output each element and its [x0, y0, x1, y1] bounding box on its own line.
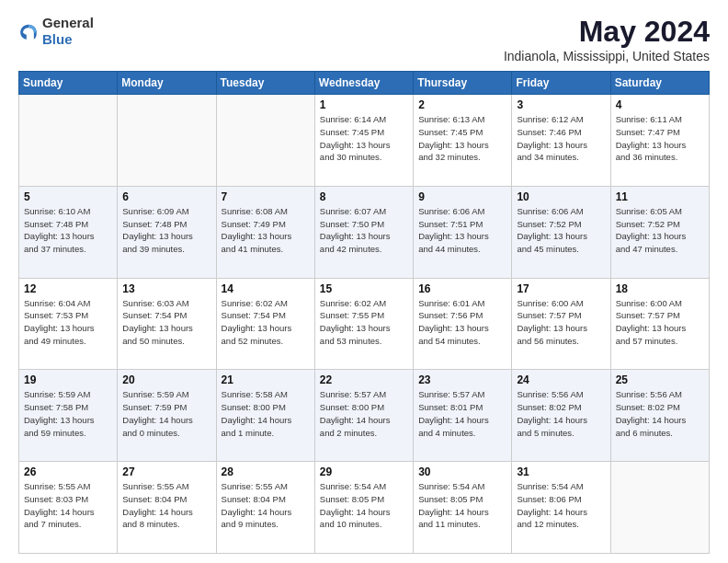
- logo-icon: [18, 21, 39, 41]
- table-row: 26Sunrise: 5:55 AM Sunset: 8:03 PM Dayli…: [19, 462, 118, 554]
- day-info: Sunrise: 5:55 AM Sunset: 8:04 PM Dayligh…: [222, 480, 310, 531]
- day-info: Sunrise: 6:00 AM Sunset: 7:57 PM Dayligh…: [616, 297, 704, 348]
- day-number: 4: [616, 98, 704, 111]
- day-info: Sunrise: 5:57 AM Sunset: 8:01 PM Dayligh…: [418, 388, 506, 439]
- day-info: Sunrise: 5:56 AM Sunset: 8:02 PM Dayligh…: [616, 388, 704, 439]
- header-monday: Monday: [118, 72, 216, 95]
- table-row: [610, 462, 709, 554]
- day-info: Sunrise: 6:04 AM Sunset: 7:53 PM Dayligh…: [24, 297, 112, 348]
- table-row: 25Sunrise: 5:56 AM Sunset: 8:02 PM Dayli…: [610, 370, 709, 462]
- table-row: 18Sunrise: 6:00 AM Sunset: 7:57 PM Dayli…: [610, 278, 709, 370]
- table-row: 23Sunrise: 5:57 AM Sunset: 8:01 PM Dayli…: [414, 370, 512, 462]
- day-info: Sunrise: 6:01 AM Sunset: 7:56 PM Dayligh…: [418, 297, 506, 348]
- day-number: 28: [222, 465, 310, 478]
- day-info: Sunrise: 5:55 AM Sunset: 8:03 PM Dayligh…: [24, 480, 112, 531]
- day-number: 5: [24, 190, 112, 203]
- calendar-table: Sunday Monday Tuesday Wednesday Thursday…: [18, 71, 710, 554]
- header-sunday: Sunday: [19, 72, 118, 95]
- day-info: Sunrise: 5:57 AM Sunset: 8:00 PM Dayligh…: [320, 388, 408, 439]
- calendar-week-row: 5Sunrise: 6:10 AM Sunset: 7:48 PM Daylig…: [19, 186, 710, 278]
- day-number: 1: [320, 98, 408, 111]
- day-number: 26: [24, 465, 112, 478]
- table-row: 31Sunrise: 5:54 AM Sunset: 8:06 PM Dayli…: [512, 462, 610, 554]
- day-number: 20: [122, 373, 210, 386]
- day-number: 17: [517, 282, 605, 295]
- day-info: Sunrise: 6:14 AM Sunset: 7:45 PM Dayligh…: [320, 113, 408, 164]
- calendar-header-row: Sunday Monday Tuesday Wednesday Thursday…: [19, 72, 710, 95]
- table-row: 10Sunrise: 6:06 AM Sunset: 7:52 PM Dayli…: [512, 186, 610, 278]
- table-row: 28Sunrise: 5:55 AM Sunset: 8:04 PM Dayli…: [216, 462, 314, 554]
- day-number: 2: [418, 98, 506, 111]
- day-number: 30: [418, 465, 506, 478]
- day-number: 19: [24, 373, 112, 386]
- logo-text: General Blue: [42, 15, 94, 48]
- table-row: [118, 95, 216, 187]
- table-row: 4Sunrise: 6:11 AM Sunset: 7:47 PM Daylig…: [610, 95, 709, 187]
- header-saturday: Saturday: [610, 72, 709, 95]
- table-row: 2Sunrise: 6:13 AM Sunset: 7:45 PM Daylig…: [414, 95, 512, 187]
- day-number: 11: [616, 190, 704, 203]
- calendar-week-row: 19Sunrise: 5:59 AM Sunset: 7:58 PM Dayli…: [19, 370, 710, 462]
- day-info: Sunrise: 6:02 AM Sunset: 7:54 PM Dayligh…: [222, 297, 310, 348]
- day-number: 8: [320, 190, 408, 203]
- day-info: Sunrise: 5:58 AM Sunset: 8:00 PM Dayligh…: [222, 388, 310, 439]
- location: Indianola, Mississippi, United States: [504, 49, 710, 63]
- table-row: 7Sunrise: 6:08 AM Sunset: 7:49 PM Daylig…: [216, 186, 314, 278]
- day-info: Sunrise: 5:59 AM Sunset: 7:58 PM Dayligh…: [24, 388, 112, 439]
- calendar-week-row: 12Sunrise: 6:04 AM Sunset: 7:53 PM Dayli…: [19, 278, 710, 370]
- table-row: 3Sunrise: 6:12 AM Sunset: 7:46 PM Daylig…: [512, 95, 610, 187]
- header-wednesday: Wednesday: [314, 72, 413, 95]
- table-row: 17Sunrise: 6:00 AM Sunset: 7:57 PM Dayli…: [512, 278, 610, 370]
- table-row: 1Sunrise: 6:14 AM Sunset: 7:45 PM Daylig…: [314, 95, 413, 187]
- calendar-week-row: 26Sunrise: 5:55 AM Sunset: 8:03 PM Dayli…: [19, 462, 710, 554]
- day-number: 31: [517, 465, 605, 478]
- day-number: 27: [122, 465, 210, 478]
- table-row: 9Sunrise: 6:06 AM Sunset: 7:51 PM Daylig…: [414, 186, 512, 278]
- day-number: 23: [418, 373, 506, 386]
- day-info: Sunrise: 6:13 AM Sunset: 7:45 PM Dayligh…: [418, 113, 506, 164]
- logo-general: General: [42, 15, 94, 30]
- day-number: 22: [320, 373, 408, 386]
- day-info: Sunrise: 6:00 AM Sunset: 7:57 PM Dayligh…: [517, 297, 605, 348]
- month-title: May 2024: [504, 15, 710, 49]
- page: General Blue May 2024 Indianola, Mississ…: [0, 0, 728, 563]
- table-row: 6Sunrise: 6:09 AM Sunset: 7:48 PM Daylig…: [118, 186, 216, 278]
- header-thursday: Thursday: [414, 72, 512, 95]
- day-number: 6: [122, 190, 210, 203]
- day-number: 25: [616, 373, 704, 386]
- day-number: 12: [24, 282, 112, 295]
- logo: General Blue: [18, 15, 94, 48]
- day-info: Sunrise: 6:02 AM Sunset: 7:55 PM Dayligh…: [320, 297, 408, 348]
- day-number: 21: [222, 373, 310, 386]
- header-tuesday: Tuesday: [216, 72, 314, 95]
- logo-blue: Blue: [42, 31, 73, 47]
- day-info: Sunrise: 6:08 AM Sunset: 7:49 PM Dayligh…: [222, 205, 310, 256]
- day-number: 16: [418, 282, 506, 295]
- table-row: 11Sunrise: 6:05 AM Sunset: 7:52 PM Dayli…: [610, 186, 709, 278]
- day-info: Sunrise: 6:12 AM Sunset: 7:46 PM Dayligh…: [517, 113, 605, 164]
- day-number: 15: [320, 282, 408, 295]
- day-number: 24: [517, 373, 605, 386]
- table-row: 19Sunrise: 5:59 AM Sunset: 7:58 PM Dayli…: [19, 370, 118, 462]
- day-number: 29: [320, 465, 408, 478]
- day-info: Sunrise: 5:54 AM Sunset: 8:05 PM Dayligh…: [418, 480, 506, 531]
- day-info: Sunrise: 6:06 AM Sunset: 7:52 PM Dayligh…: [517, 205, 605, 256]
- day-number: 14: [222, 282, 310, 295]
- table-row: 14Sunrise: 6:02 AM Sunset: 7:54 PM Dayli…: [216, 278, 314, 370]
- table-row: 8Sunrise: 6:07 AM Sunset: 7:50 PM Daylig…: [314, 186, 413, 278]
- table-row: [216, 95, 314, 187]
- calendar-week-row: 1Sunrise: 6:14 AM Sunset: 7:45 PM Daylig…: [19, 95, 710, 187]
- day-info: Sunrise: 5:55 AM Sunset: 8:04 PM Dayligh…: [122, 480, 210, 531]
- table-row: 16Sunrise: 6:01 AM Sunset: 7:56 PM Dayli…: [414, 278, 512, 370]
- header-friday: Friday: [512, 72, 610, 95]
- day-number: 9: [418, 190, 506, 203]
- day-info: Sunrise: 6:03 AM Sunset: 7:54 PM Dayligh…: [122, 297, 210, 348]
- day-info: Sunrise: 6:06 AM Sunset: 7:51 PM Dayligh…: [418, 205, 506, 256]
- title-block: May 2024 Indianola, Mississippi, United …: [504, 15, 710, 63]
- table-row: 30Sunrise: 5:54 AM Sunset: 8:05 PM Dayli…: [414, 462, 512, 554]
- header: General Blue May 2024 Indianola, Mississ…: [18, 15, 710, 63]
- day-info: Sunrise: 6:11 AM Sunset: 7:47 PM Dayligh…: [616, 113, 704, 164]
- day-number: 3: [517, 98, 605, 111]
- day-number: 13: [122, 282, 210, 295]
- day-number: 7: [222, 190, 310, 203]
